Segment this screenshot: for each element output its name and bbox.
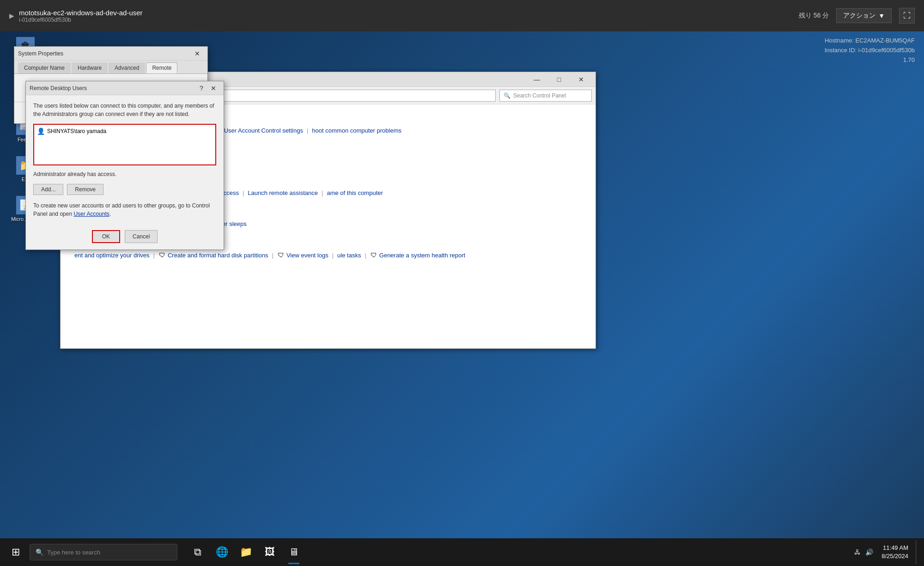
start-button[interactable]: ⊞ bbox=[4, 540, 28, 564]
tab-hardware[interactable]: Hardware bbox=[72, 62, 108, 73]
rdp-close-button[interactable]: ✕ bbox=[207, 83, 220, 94]
user-accounts-link[interactable]: User Accounts bbox=[73, 211, 109, 217]
health-report-shield-icon: 🛡 bbox=[370, 251, 377, 259]
disk-partition-shield-icon: 🛡 bbox=[158, 251, 166, 259]
search-icon: 🔍 bbox=[504, 92, 511, 99]
time-remaining: 残り 56 分 bbox=[799, 12, 829, 20]
top-bar: ▶ mototsuka-ec2-windows-ad-dev-ad-user i… bbox=[0, 0, 924, 31]
rdp-dialog: Remote Desktop Users ? ✕ The users liste… bbox=[25, 81, 224, 250]
tab-remote[interactable]: Remote bbox=[146, 62, 177, 73]
search-box[interactable]: 🔍 Search Control Panel bbox=[499, 90, 592, 102]
taskbar-apps: ⧉ 🌐 📁 🖼 🖥 bbox=[187, 540, 305, 564]
rdp-add-button[interactable]: Add... bbox=[33, 184, 63, 195]
taskbar-app-task-view[interactable]: ⧉ bbox=[187, 540, 209, 564]
taskbar-app-edge[interactable]: 🌐 bbox=[211, 540, 233, 564]
system-props-title-bar: System Properties ✕ bbox=[14, 47, 207, 61]
tab-advanced[interactable]: Advanced bbox=[109, 62, 145, 73]
hostname-line2: Instance ID: i-01d9cef6005df530b bbox=[825, 46, 915, 55]
system-props-title: System Properties bbox=[18, 50, 191, 57]
action-button[interactable]: アクション ▼ bbox=[836, 8, 892, 23]
health-report-group: 🛡 Generate a system health report bbox=[370, 251, 465, 259]
rdp-add-remove-buttons: Add... Remove bbox=[33, 184, 216, 195]
rdp-user-list: 👤 SHINYATS\taro yamada bbox=[33, 124, 216, 165]
taskbar: ⊞ 🔍 Type here to search ⧉ 🌐 📁 🖼 🖥 🖧 🔊 11… bbox=[0, 538, 924, 566]
system-props-close-button[interactable]: ✕ bbox=[191, 48, 204, 60]
rdp-content: The users listed below can connect to th… bbox=[26, 95, 224, 250]
computer-name-link[interactable]: ame of this computer bbox=[327, 189, 383, 196]
network-icon[interactable]: 🖧 bbox=[854, 548, 861, 556]
rdp-description: The users listed below can connect to th… bbox=[33, 102, 216, 118]
volume-icon[interactable]: 🔊 bbox=[865, 548, 873, 556]
taskbar-search[interactable]: 🔍 Type here to search bbox=[30, 544, 177, 560]
rdp-username: SHINYATS\taro yamada bbox=[47, 128, 106, 134]
clock-date: 8/25/2024 bbox=[881, 552, 908, 560]
arrow-icon: ▶ bbox=[9, 12, 14, 19]
instance-id: i-01d9cef6005df530b bbox=[19, 17, 143, 23]
rdp-help-button[interactable]: ? bbox=[196, 83, 207, 94]
window-controls: — □ ✕ bbox=[526, 73, 592, 86]
action-dropdown-icon: ▼ bbox=[878, 12, 885, 19]
minimize-button[interactable]: — bbox=[526, 73, 547, 86]
top-bar-title-group: mototsuka-ec2-windows-ad-dev-ad-user i-0… bbox=[19, 9, 143, 23]
clock-time: 11:49 AM bbox=[881, 544, 908, 552]
defrag-link[interactable]: ent and optimize your drives bbox=[74, 252, 150, 259]
maximize-button[interactable]: □ bbox=[548, 73, 570, 86]
disk-partition-group: 🛡 Create and format hard disk partitions bbox=[158, 251, 268, 259]
desktop: ▶ mototsuka-ec2-windows-ad-dev-ad-user i… bbox=[0, 0, 924, 566]
rdp-title-bar: Remote Desktop Users ? ✕ bbox=[26, 81, 224, 95]
hostname-line1: Hostname: EC2AMAZ-BUM5QAF bbox=[825, 36, 915, 46]
taskbar-clock[interactable]: 11:49 AM 8/25/2024 bbox=[881, 544, 912, 560]
taskbar-app-photos[interactable]: 🖼 bbox=[259, 540, 281, 564]
rdp-title: Remote Desktop Users bbox=[30, 85, 196, 91]
rdp-ok-button[interactable]: OK bbox=[92, 230, 120, 243]
rdp-admin-note: Administrator already has access. bbox=[33, 171, 216, 177]
taskbar-search-text: Type here to search bbox=[47, 549, 100, 556]
top-bar-right: 残り 56 分 アクション ▼ ⛶ bbox=[799, 8, 915, 24]
section-admin-links: ent and optimize your drives | 🛡 Create … bbox=[74, 251, 582, 259]
event-logs-link[interactable]: View event logs bbox=[286, 252, 328, 259]
disk-partition-link[interactable]: Create and format hard disk partitions bbox=[168, 252, 268, 259]
schedule-tasks-link[interactable]: ule tasks bbox=[337, 252, 361, 259]
tab-computer-name[interactable]: Computer Name bbox=[18, 62, 71, 73]
show-desktop-button[interactable] bbox=[916, 540, 920, 564]
troubleshoot-link[interactable]: hoot common computer problems bbox=[312, 127, 401, 134]
system-props-tabs: Computer Name Hardware Advanced Remote bbox=[14, 61, 207, 74]
taskbar-app-explorer[interactable]: 📁 bbox=[235, 540, 257, 564]
instance-title: mototsuka-ec2-windows-ad-dev-ad-user bbox=[19, 9, 143, 17]
rdp-remove-button[interactable]: Remove bbox=[67, 184, 103, 195]
taskbar-right: 🖧 🔊 11:49 AM 8/25/2024 bbox=[850, 540, 920, 564]
search-placeholder-text: Search Control Panel bbox=[513, 92, 566, 99]
remote-assistance-link[interactable]: Launch remote assistance bbox=[248, 189, 318, 196]
rdp-note-text: To create new user accounts or add users… bbox=[33, 202, 210, 217]
taskbar-sys-icons: 🖧 🔊 bbox=[850, 548, 878, 556]
hostname-line3: 1.70 bbox=[825, 55, 915, 65]
user-icon: 👤 bbox=[37, 128, 44, 135]
expand-button[interactable]: ⛶ bbox=[899, 8, 915, 24]
health-report-link[interactable]: Generate a system health report bbox=[379, 252, 465, 259]
rdp-cancel-button[interactable]: Cancel bbox=[125, 230, 158, 243]
event-logs-group: 🛡 View event logs bbox=[277, 251, 328, 259]
rdp-ok-cancel-buttons: OK Cancel bbox=[33, 225, 216, 243]
rdp-user-entry: 👤 SHINYATS\taro yamada bbox=[37, 128, 106, 135]
taskbar-app-rdp[interactable]: 🖥 bbox=[283, 540, 305, 564]
rdp-note: To create new user accounts or add users… bbox=[33, 201, 216, 218]
close-button[interactable]: ✕ bbox=[571, 73, 592, 86]
event-logs-shield-icon: 🛡 bbox=[277, 251, 285, 259]
hostname-info: Hostname: EC2AMAZ-BUM5QAF Instance ID: i… bbox=[825, 36, 915, 65]
taskbar-search-icon: 🔍 bbox=[36, 548, 43, 556]
